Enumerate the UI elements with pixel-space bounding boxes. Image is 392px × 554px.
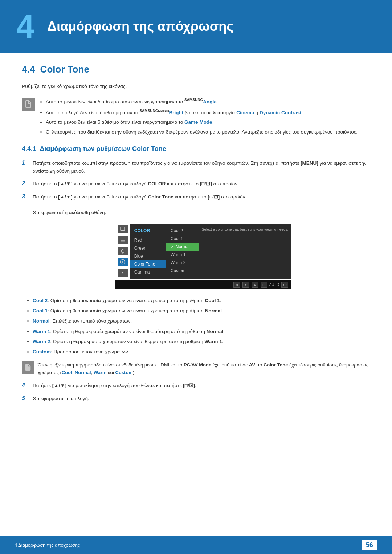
chapter-title: Διαμόρφωση της απόχρωσης [44,19,233,34]
menu-item-colortone[interactable]: Color Tone [130,260,166,268]
submenu-cool2[interactable]: Cool 2 [166,227,199,235]
menu-item-red[interactable]: Red [130,236,166,244]
page-footer: 4 Διαμόρφωση της απόχρωσης 56 [0,536,392,554]
note-item-2: Αυτή η επιλογή δεν είναι διαθέσιμη όταν … [46,108,358,117]
svg-rect-0 [121,227,125,230]
option-warm2: Warm 2: Ορίστε η θερμοκρασία χρωμάτων να… [33,337,370,346]
btn-left[interactable]: ◄ [233,282,240,288]
btn-down[interactable]: ▼ [242,282,249,288]
main-content: 4.4 Color Tone Ρυθμίζει το γενικό χρωματ… [0,64,392,402]
info-panel: Select a color tone that best suits your… [199,224,291,279]
menu-item-gamma[interactable]: Gamma [130,268,166,276]
auto-label: AUTO [269,283,279,287]
svg-point-11 [122,272,123,273]
note-item-4: Οι λειτουργίες που διατίθενται στην οθόν… [46,128,358,136]
page-header: 4 Διαμόρφωση της απόχρωσης [0,0,392,53]
sidebar-icon-4-active[interactable] [118,258,128,266]
sidebar-icons [115,224,130,279]
btn-enter[interactable]: ⊡ [261,282,267,288]
note-list: Αυτό το μενού δεν είναι διαθέσιμο όταν ε… [38,97,358,138]
inline-note-icon [22,361,34,374]
step-2: 2 Πατήστε το [▲/▼] για να μετακινηθείτε … [22,180,370,188]
sidebar-icon-3[interactable] [118,247,128,255]
chapter-number: 4 [0,10,44,43]
inline-note-text: Όταν η εξωτερική πηγή εισόδου είναι συνδ… [38,361,370,377]
step-5: 5 Θα εφαρμοστεί η επιλογή. [22,395,370,403]
option-cool1: Cool 1: Ορίστε τη θερμοκρασία χρωμάτων ν… [33,307,370,315]
submenu-panel: Cool 2 Cool 1 ✓Normal Warm 1 Warm 2 Cust… [166,224,199,279]
screen-container: COLOR Red Green Blue Color Tone Gamma Co… [36,224,370,289]
note-item-1: Αυτό το μενού δεν είναι διαθέσιμο όταν ε… [46,97,358,106]
option-custom: Custom: Προσαρμόστε τον τόνο χρωμάτων. [33,348,370,356]
sidebar-icon-5[interactable] [118,269,128,277]
final-steps-list: 4 Πατήστε [▲/▼] για μετακίνηση στην επιλ… [22,382,370,402]
footer-page-number: 56 [362,540,377,550]
menu-item-green[interactable]: Green [130,244,166,252]
step-4: 4 Πατήστε [▲/▼] για μετακίνηση στην επιλ… [22,382,370,390]
btn-up[interactable]: ▲ [252,282,258,288]
submenu-warm1[interactable]: Warm 1 [166,251,199,259]
footer-chapter: 4 Διαμόρφωση της απόχρωσης [15,542,80,548]
steps-list: 1 Πατήστε οποιοδήποτε κουμπί στην πρόσοψ… [22,159,370,217]
bottom-bar: ◄ ▼ ▲ ⊡ AUTO ⏻ [115,280,291,289]
sidebar-icon-2[interactable] [118,236,128,244]
svg-point-10 [122,261,123,263]
menu-header: COLOR [130,227,166,235]
section-title: 4.4 Color Tone [22,64,370,75]
option-warm1: Warm 1: Ορίστε τη θερμοκρασία χρωμάτων ν… [33,327,370,336]
options-list: Cool 2: Ορίστε τη θερμοκρασία χρωμάτων ν… [22,296,370,357]
submenu-cool1[interactable]: Cool 1 [166,235,199,243]
intro-text: Ρυθμίζει το γενικό χρωματικό τόνο της ει… [22,82,370,90]
step-1: 1 Πατήστε οποιοδήποτε κουμπί στην πρόσοψ… [22,159,370,175]
inline-note: Όταν η εξωτερική πηγή εισόδου είναι συνδ… [22,361,370,377]
note-box: Αυτό το μενού δεν είναι διαθέσιμο όταν ε… [22,97,370,138]
monitor-screen: COLOR Red Green Blue Color Tone Gamma Co… [115,224,291,289]
option-cool2: Cool 2: Ορίστε τη θερμοκρασία χρωμάτων ν… [33,296,370,305]
option-normal: Normal: Επιλέξτε τον τυπικό τόνο χρωμάτω… [33,317,370,325]
sidebar-icon-1[interactable] [118,225,128,233]
subsection-title: 4.4.1 Διαμόρφωση των ρυθμίσεων Color Ton… [22,145,370,153]
submenu-warm2[interactable]: Warm 2 [166,259,199,267]
note-icon [22,98,35,111]
menu-panel: COLOR Red Green Blue Color Tone Gamma [130,224,166,279]
menu-item-blue[interactable]: Blue [130,252,166,260]
note-item-3: Αυτό το μενού δεν είναι διαθέσιμο όταν ε… [46,118,358,127]
submenu-custom[interactable]: Custom [166,267,199,275]
submenu-normal[interactable]: ✓Normal [166,243,199,251]
svg-point-5 [121,250,124,253]
btn-power[interactable]: ⏻ [281,282,288,288]
step-3: 3 Πατήστε το [▲/▼] για να μετακινηθείτε … [22,193,370,217]
